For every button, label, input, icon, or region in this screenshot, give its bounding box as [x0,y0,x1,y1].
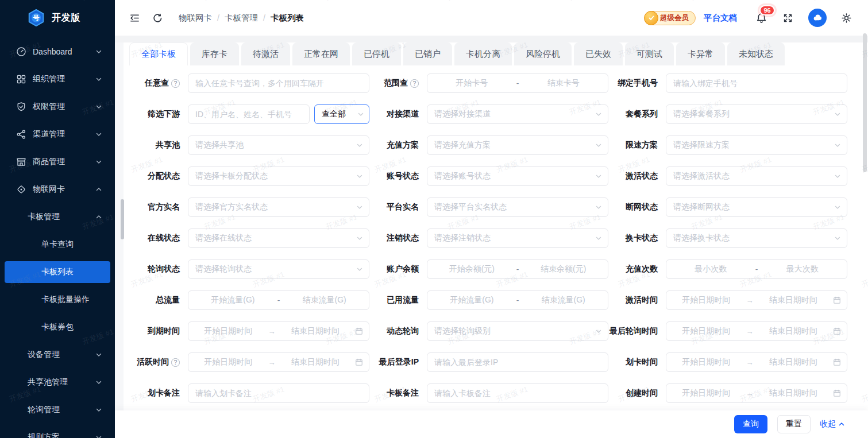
account-balance-range[interactable]: 开始余额(元)-结束余额(元) [427,259,608,279]
reset-button[interactable]: 重置 [777,415,811,433]
sidebar-item-label: 渠道管理 [33,129,65,139]
collapse-link[interactable]: 收起 [820,419,845,429]
sidebar-item[interactable]: 设备管理 [0,341,115,369]
sidebar-item[interactable]: 规则方案 [0,424,115,438]
official-realname-select[interactable]: 请选择官方实名状态 [188,197,369,217]
sidebar-item[interactable]: 轮询管理 [0,396,115,424]
bind-phone-input[interactable] [666,74,847,92]
sidebar-item[interactable]: 物联网卡 [0,176,115,203]
field-label: 换卡状态 [608,233,666,243]
date-end-placeholder: 结束日期时间 [276,326,356,336]
help-icon[interactable]: ? [410,79,419,88]
breadcrumb-item[interactable]: 卡板管理 [225,13,258,24]
tab-item[interactable]: 已销户 [403,42,452,65]
total-flow-range[interactable]: 开始流量(G)-结束流量(G) [188,290,369,310]
used-flow-range[interactable]: 开始流量(G)-结束流量(G) [427,290,608,310]
search-button[interactable]: 查询 [734,415,767,433]
card-remark-input[interactable] [427,384,608,402]
network-break-status-select[interactable]: 请选择断网状态 [666,197,847,217]
form-field-polling-status: 轮询状态请选择轮询状态 [129,259,369,279]
expire-time-daterange[interactable]: 开始日期时间→结束日期时间 [188,321,369,341]
tab-item[interactable]: 待激活 [241,42,290,65]
sidebar-item[interactable]: 权限管理 [0,93,115,121]
field-label-text: 账号状态 [387,171,419,181]
channel-select[interactable]: 请选择对接渠道 [427,104,608,124]
tab-item[interactable]: 未知状态 [727,42,785,65]
sidebar-item[interactable]: 卡板管理 [0,203,115,231]
dynamic-polling-select[interactable]: 请选择轮询级别 [427,321,608,341]
downstream-filter-scope-select[interactable]: 查全部 [314,104,369,124]
allocation-status-select[interactable]: 请选择卡板分配状态 [188,166,369,186]
form-field-dynamic-polling: 动态轮询请选择轮询级别 [369,321,608,341]
field-label: 划卡备注 [129,388,188,398]
tab-item[interactable]: 已失效 [574,42,623,65]
vip-badge[interactable]: 超级会员 [645,11,696,25]
card-replace-status-select[interactable]: 请选择换卡状态 [666,228,847,248]
polling-status-select[interactable]: 请选择轮询状态 [188,259,369,279]
shared-pool-select[interactable]: 请选择共享池 [188,135,369,155]
sidebar-item[interactable]: 渠道管理 [0,121,115,148]
activation-status-select[interactable]: 请选择激活状态 [666,166,847,186]
select-placeholder: 请选择套餐系列 [666,109,834,119]
form-field-recharge-plan: 充值方案请选择充值方案 [369,135,608,155]
cancel-status-select[interactable]: 请选择注销状态 [427,228,608,248]
help-icon[interactable]: ? [171,358,180,367]
field-label-text: 充值次数 [626,264,658,274]
sidebar-item[interactable]: 卡板列表 [5,261,110,283]
recharge-count-range[interactable]: 最小次数-最大次数 [666,259,847,279]
sidebar-item[interactable]: 共享池管理 [0,369,115,396]
tab-item[interactable]: 库存卡 [190,42,239,65]
sidebar-item[interactable]: Dashboard [0,38,115,65]
any-query-input[interactable] [188,74,369,92]
tab-item[interactable]: 风险停机 [514,42,572,65]
platform-realname-select[interactable]: 请选择平台实名状态 [427,197,608,217]
last-polling-time-daterange[interactable]: 开始日期时间→结束日期时间 [666,321,847,341]
assign-remark-input[interactable] [188,384,369,402]
notification-bell[interactable]: 96 [755,12,767,24]
last-login-ip-input[interactable] [427,353,608,371]
date-separator: → [746,358,754,367]
platform-docs-link[interactable]: 平台文档 [704,13,737,24]
sidebar-item[interactable]: 组织管理 [0,65,115,93]
online-status-select[interactable]: 请选择在线状态 [188,228,369,248]
tab-item[interactable]: 卡机分离 [454,42,512,65]
breadcrumb-item[interactable]: 物联网卡 [179,13,212,24]
sidebar-item[interactable]: 卡板批量操作 [0,286,115,313]
sidebar-scrollbar[interactable] [121,199,124,239]
sidebar-item[interactable]: 商品管理 [0,148,115,176]
vip-badge-label: 超级会员 [660,13,689,23]
range-query-range[interactable]: 开始卡号-结束卡号 [427,73,608,93]
tab-item[interactable]: 卡异常 [676,42,725,65]
sidebar-item-label: 卡板批量操作 [41,294,90,305]
create-time-daterange[interactable]: 开始日期时间→结束日期时间 [666,383,847,403]
refresh-icon[interactable] [152,13,163,24]
help-icon[interactable]: ? [171,79,180,88]
settings-gear-icon[interactable] [841,13,852,24]
form-field-create-time: 创建时间开始日期时间→结束日期时间 [608,383,847,403]
tab-item[interactable]: 正常在网 [292,42,350,65]
card-assign-time-daterange[interactable]: 开始日期时间→结束日期时间 [666,352,847,372]
fullscreen-icon[interactable] [783,13,793,23]
activation-time-daterange[interactable]: 开始日期时间→结束日期时间 [666,290,847,310]
package-series-select[interactable]: 请选择套餐系列 [666,104,847,124]
account-status-select[interactable]: 请选择账号状态 [427,166,608,186]
field-label: 注销状态 [369,233,427,243]
menu-fold-icon[interactable] [129,13,140,24]
active-time-daterange[interactable]: 开始日期时间→结束日期时间 [188,352,369,372]
date-start-placeholder: 开始日期时间 [188,326,268,336]
calendar-icon [833,389,841,397]
downstream-filter-input[interactable] [188,105,309,123]
avatar[interactable] [808,9,827,27]
content-left-gutter [115,42,124,438]
speed-limit-plan-select[interactable]: 请选择限速方案 [666,135,847,155]
tab-item[interactable]: 已停机 [352,42,401,65]
tab-item[interactable]: 可测试 [625,42,674,65]
field-label: 断网状态 [608,202,666,212]
sidebar-item[interactable]: 单卡查询 [0,231,115,258]
recharge-plan-select[interactable]: 请选择充值方案 [427,135,608,155]
select-placeholder: 请选择注销状态 [427,233,595,243]
sidebar-item[interactable]: 卡板券包 [0,313,115,341]
tab-item[interactable]: 全部卡板 [129,42,188,65]
page-scrollbar[interactable] [863,33,867,172]
chevron-up-icon [95,186,102,193]
